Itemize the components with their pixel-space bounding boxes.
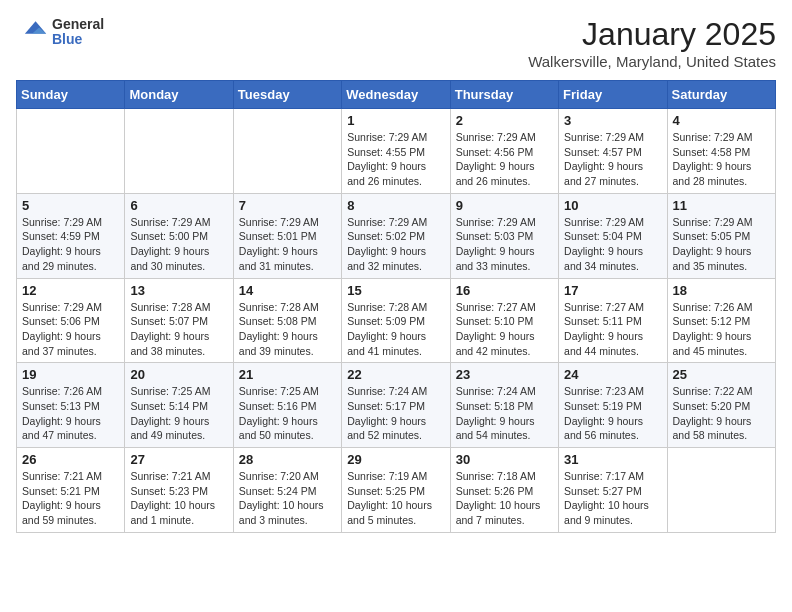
day-number: 7: [239, 198, 336, 213]
day-number: 15: [347, 283, 444, 298]
calendar-cell: 22Sunrise: 7:24 AM Sunset: 5:17 PM Dayli…: [342, 363, 450, 448]
calendar-cell: 5Sunrise: 7:29 AM Sunset: 4:59 PM Daylig…: [17, 193, 125, 278]
day-number: 23: [456, 367, 553, 382]
day-info: Sunrise: 7:29 AM Sunset: 4:59 PM Dayligh…: [22, 215, 119, 274]
day-of-week-header: Thursday: [450, 81, 558, 109]
calendar-cell: 12Sunrise: 7:29 AM Sunset: 5:06 PM Dayli…: [17, 278, 125, 363]
calendar-cell: [233, 109, 341, 194]
day-number: 22: [347, 367, 444, 382]
day-number: 21: [239, 367, 336, 382]
calendar-body: 1Sunrise: 7:29 AM Sunset: 4:55 PM Daylig…: [17, 109, 776, 533]
day-info: Sunrise: 7:28 AM Sunset: 5:08 PM Dayligh…: [239, 300, 336, 359]
day-info: Sunrise: 7:26 AM Sunset: 5:13 PM Dayligh…: [22, 384, 119, 443]
day-info: Sunrise: 7:29 AM Sunset: 5:06 PM Dayligh…: [22, 300, 119, 359]
day-number: 28: [239, 452, 336, 467]
calendar-cell: 27Sunrise: 7:21 AM Sunset: 5:23 PM Dayli…: [125, 448, 233, 533]
day-number: 30: [456, 452, 553, 467]
calendar-cell: 15Sunrise: 7:28 AM Sunset: 5:09 PM Dayli…: [342, 278, 450, 363]
day-info: Sunrise: 7:29 AM Sunset: 4:55 PM Dayligh…: [347, 130, 444, 189]
calendar-cell: 16Sunrise: 7:27 AM Sunset: 5:10 PM Dayli…: [450, 278, 558, 363]
calendar-cell: 7Sunrise: 7:29 AM Sunset: 5:01 PM Daylig…: [233, 193, 341, 278]
calendar-cell: 9Sunrise: 7:29 AM Sunset: 5:03 PM Daylig…: [450, 193, 558, 278]
day-number: 31: [564, 452, 661, 467]
calendar-cell: 3Sunrise: 7:29 AM Sunset: 4:57 PM Daylig…: [559, 109, 667, 194]
calendar-cell: 10Sunrise: 7:29 AM Sunset: 5:04 PM Dayli…: [559, 193, 667, 278]
day-info: Sunrise: 7:26 AM Sunset: 5:12 PM Dayligh…: [673, 300, 770, 359]
day-info: Sunrise: 7:27 AM Sunset: 5:10 PM Dayligh…: [456, 300, 553, 359]
day-number: 11: [673, 198, 770, 213]
calendar-cell: 28Sunrise: 7:20 AM Sunset: 5:24 PM Dayli…: [233, 448, 341, 533]
day-of-week-header: Wednesday: [342, 81, 450, 109]
day-info: Sunrise: 7:29 AM Sunset: 4:58 PM Dayligh…: [673, 130, 770, 189]
day-info: Sunrise: 7:28 AM Sunset: 5:09 PM Dayligh…: [347, 300, 444, 359]
day-info: Sunrise: 7:23 AM Sunset: 5:19 PM Dayligh…: [564, 384, 661, 443]
logo-blue-text: Blue: [52, 32, 104, 47]
day-number: 26: [22, 452, 119, 467]
header: General Blue January 2025 Walkersville, …: [16, 16, 776, 70]
day-info: Sunrise: 7:17 AM Sunset: 5:27 PM Dayligh…: [564, 469, 661, 528]
day-info: Sunrise: 7:29 AM Sunset: 5:01 PM Dayligh…: [239, 215, 336, 274]
day-info: Sunrise: 7:29 AM Sunset: 5:04 PM Dayligh…: [564, 215, 661, 274]
day-number: 2: [456, 113, 553, 128]
calendar-cell: 11Sunrise: 7:29 AM Sunset: 5:05 PM Dayli…: [667, 193, 775, 278]
location: Walkersville, Maryland, United States: [528, 53, 776, 70]
calendar: SundayMondayTuesdayWednesdayThursdayFrid…: [16, 80, 776, 533]
calendar-cell: 4Sunrise: 7:29 AM Sunset: 4:58 PM Daylig…: [667, 109, 775, 194]
calendar-cell: 8Sunrise: 7:29 AM Sunset: 5:02 PM Daylig…: [342, 193, 450, 278]
day-number: 4: [673, 113, 770, 128]
calendar-cell: 13Sunrise: 7:28 AM Sunset: 5:07 PM Dayli…: [125, 278, 233, 363]
calendar-cell: 2Sunrise: 7:29 AM Sunset: 4:56 PM Daylig…: [450, 109, 558, 194]
calendar-cell: 17Sunrise: 7:27 AM Sunset: 5:11 PM Dayli…: [559, 278, 667, 363]
calendar-cell: 24Sunrise: 7:23 AM Sunset: 5:19 PM Dayli…: [559, 363, 667, 448]
calendar-cell: 19Sunrise: 7:26 AM Sunset: 5:13 PM Dayli…: [17, 363, 125, 448]
calendar-cell: 20Sunrise: 7:25 AM Sunset: 5:14 PM Dayli…: [125, 363, 233, 448]
logo-icon: [16, 16, 48, 48]
day-info: Sunrise: 7:18 AM Sunset: 5:26 PM Dayligh…: [456, 469, 553, 528]
logo: General Blue: [16, 16, 104, 48]
day-number: 1: [347, 113, 444, 128]
day-number: 16: [456, 283, 553, 298]
day-number: 17: [564, 283, 661, 298]
day-info: Sunrise: 7:29 AM Sunset: 5:03 PM Dayligh…: [456, 215, 553, 274]
day-number: 27: [130, 452, 227, 467]
day-number: 12: [22, 283, 119, 298]
day-info: Sunrise: 7:25 AM Sunset: 5:14 PM Dayligh…: [130, 384, 227, 443]
calendar-cell: 21Sunrise: 7:25 AM Sunset: 5:16 PM Dayli…: [233, 363, 341, 448]
calendar-cell: [17, 109, 125, 194]
day-info: Sunrise: 7:29 AM Sunset: 5:00 PM Dayligh…: [130, 215, 227, 274]
month-title: January 2025: [528, 16, 776, 53]
calendar-cell: 29Sunrise: 7:19 AM Sunset: 5:25 PM Dayli…: [342, 448, 450, 533]
day-info: Sunrise: 7:27 AM Sunset: 5:11 PM Dayligh…: [564, 300, 661, 359]
calendar-cell: 26Sunrise: 7:21 AM Sunset: 5:21 PM Dayli…: [17, 448, 125, 533]
day-number: 18: [673, 283, 770, 298]
day-info: Sunrise: 7:21 AM Sunset: 5:23 PM Dayligh…: [130, 469, 227, 528]
day-number: 6: [130, 198, 227, 213]
day-number: 29: [347, 452, 444, 467]
day-info: Sunrise: 7:28 AM Sunset: 5:07 PM Dayligh…: [130, 300, 227, 359]
calendar-week-row: 26Sunrise: 7:21 AM Sunset: 5:21 PM Dayli…: [17, 448, 776, 533]
calendar-cell: 30Sunrise: 7:18 AM Sunset: 5:26 PM Dayli…: [450, 448, 558, 533]
day-number: 14: [239, 283, 336, 298]
calendar-cell: 25Sunrise: 7:22 AM Sunset: 5:20 PM Dayli…: [667, 363, 775, 448]
calendar-week-row: 19Sunrise: 7:26 AM Sunset: 5:13 PM Dayli…: [17, 363, 776, 448]
day-of-week-header: Monday: [125, 81, 233, 109]
calendar-cell: 14Sunrise: 7:28 AM Sunset: 5:08 PM Dayli…: [233, 278, 341, 363]
calendar-cell: 18Sunrise: 7:26 AM Sunset: 5:12 PM Dayli…: [667, 278, 775, 363]
day-info: Sunrise: 7:21 AM Sunset: 5:21 PM Dayligh…: [22, 469, 119, 528]
day-info: Sunrise: 7:20 AM Sunset: 5:24 PM Dayligh…: [239, 469, 336, 528]
calendar-cell: 31Sunrise: 7:17 AM Sunset: 5:27 PM Dayli…: [559, 448, 667, 533]
calendar-cell: [125, 109, 233, 194]
day-info: Sunrise: 7:29 AM Sunset: 4:57 PM Dayligh…: [564, 130, 661, 189]
title-area: January 2025 Walkersville, Maryland, Uni…: [528, 16, 776, 70]
day-number: 25: [673, 367, 770, 382]
calendar-header: SundayMondayTuesdayWednesdayThursdayFrid…: [17, 81, 776, 109]
day-number: 20: [130, 367, 227, 382]
day-info: Sunrise: 7:29 AM Sunset: 5:05 PM Dayligh…: [673, 215, 770, 274]
logo-text: General Blue: [52, 17, 104, 48]
day-of-week-header: Tuesday: [233, 81, 341, 109]
day-info: Sunrise: 7:25 AM Sunset: 5:16 PM Dayligh…: [239, 384, 336, 443]
day-number: 5: [22, 198, 119, 213]
day-number: 13: [130, 283, 227, 298]
calendar-cell: 6Sunrise: 7:29 AM Sunset: 5:00 PM Daylig…: [125, 193, 233, 278]
day-number: 24: [564, 367, 661, 382]
